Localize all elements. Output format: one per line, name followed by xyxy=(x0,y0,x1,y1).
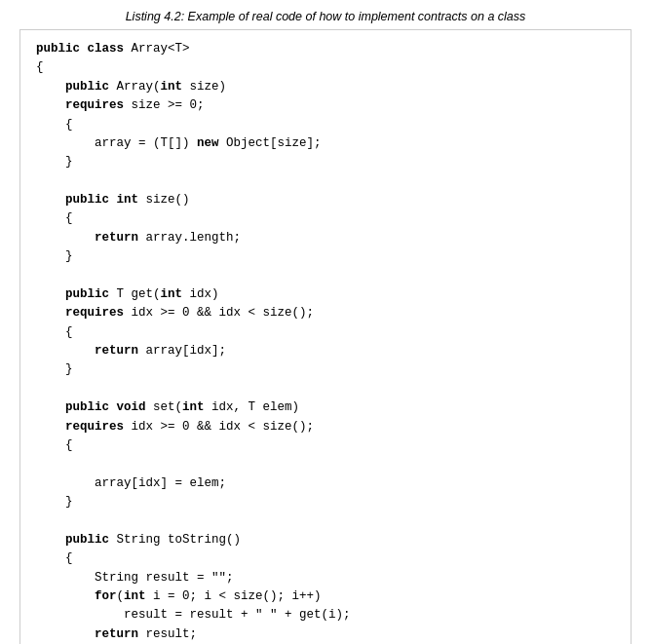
code-line-7: } xyxy=(36,155,73,169)
code-line-1: public class Array<T> xyxy=(36,42,190,56)
code-block: public class Array<T> { public Array(int… xyxy=(19,29,632,644)
code-line-26 xyxy=(36,513,44,527)
listing-caption: Listing 4.2: Example of real code of how… xyxy=(19,10,632,23)
code-line-13 xyxy=(36,269,44,283)
code-line-21: requires idx >= 0 && idx < size(); xyxy=(36,420,314,434)
code-line-19 xyxy=(36,382,44,396)
code-line-17: return array[idx]; xyxy=(36,344,226,358)
code-line-2: { xyxy=(36,60,44,74)
code-line-31: result = result + " " + get(i); xyxy=(36,608,351,622)
code-line-25: } xyxy=(36,495,73,509)
code-line-5: { xyxy=(36,118,73,132)
code-line-23 xyxy=(36,457,44,471)
code-line-10: { xyxy=(36,211,73,225)
code-line-20: public void set(int idx, T elem) xyxy=(36,400,299,414)
code-line-27: public String toString() xyxy=(36,533,241,547)
code-line-32: return result; xyxy=(36,627,197,641)
code-line-9: public int size() xyxy=(36,193,190,207)
code-line-16: { xyxy=(36,325,73,339)
code-line-11: return array.length; xyxy=(36,231,241,245)
code-line-12: } xyxy=(36,249,73,263)
code-line-18: } xyxy=(36,362,73,376)
code-line-24: array[idx] = elem; xyxy=(36,476,226,490)
code-line-28: { xyxy=(36,551,73,565)
page-container: Listing 4.2: Example of real code of how… xyxy=(0,0,651,644)
code-line-22: { xyxy=(36,438,73,452)
code-line-3: public Array(int size) xyxy=(36,80,226,94)
code-line-29: String result = ""; xyxy=(36,571,234,585)
code-line-6: array = (T[]) new Object[size]; xyxy=(36,136,322,150)
code-line-8 xyxy=(36,174,44,188)
code-line-4: requires size >= 0; xyxy=(36,98,205,112)
code-line-15: requires idx >= 0 && idx < size(); xyxy=(36,306,314,320)
code-line-30: for(int i = 0; i < size(); i++) xyxy=(36,589,322,603)
code-line-14: public T get(int idx) xyxy=(36,287,219,301)
